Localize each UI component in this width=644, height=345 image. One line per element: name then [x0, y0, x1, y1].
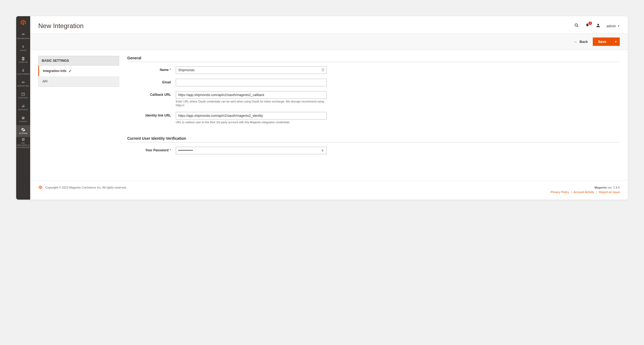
- identity-help: URL to redirect user to link their 3rd p…: [176, 121, 327, 124]
- save-button[interactable]: Save: [593, 37, 612, 46]
- notification-badge: 3: [588, 22, 592, 25]
- chevron-down-icon: ▼: [618, 25, 620, 27]
- pencil-icon: [68, 69, 72, 73]
- svg-rect-4: [22, 106, 22, 107]
- footer-brand: Magento: [594, 186, 607, 189]
- footer-right: Magento ver. 2.4.5 Privacy Policy | Acco…: [550, 185, 620, 195]
- form-row-callback: Callback URL Enter URL where Oauth crede…: [127, 91, 620, 107]
- back-label: Back: [580, 40, 588, 44]
- sidebar-item-content[interactable]: CONTENT: [16, 90, 30, 101]
- contact-card-icon: [321, 68, 325, 73]
- callback-input[interactable]: [176, 91, 327, 99]
- form-row-identity: Identity link URL URL to redirect user t…: [127, 112, 620, 124]
- sidebar-label: SYSTEM: [19, 132, 27, 135]
- svg-rect-3: [22, 94, 24, 94]
- settings-tabs: BASIC SETTINGS Integration Info API: [38, 56, 119, 169]
- svg-rect-9: [22, 140, 23, 141]
- notifications-icon[interactable]: 3: [585, 23, 590, 29]
- form-column: General Name* Email: [127, 56, 620, 169]
- sidebar-item-customers[interactable]: CUSTOMERS: [16, 66, 30, 78]
- sidebar-item-dashboard[interactable]: DASHBOARD: [16, 30, 30, 42]
- tabs-heading: BASIC SETTINGS: [38, 56, 119, 66]
- svg-point-13: [597, 24, 599, 25]
- svg-rect-2: [22, 93, 25, 95]
- tab-api[interactable]: API: [38, 76, 119, 87]
- page-header: New Integration 3 admin ▼: [30, 16, 628, 33]
- user-name: admin: [607, 24, 616, 28]
- app-window: DASHBOARD $ SALES CATALOG CUSTOMERS MARK…: [16, 16, 628, 200]
- svg-rect-5: [23, 105, 23, 107]
- svg-point-1: [23, 69, 24, 70]
- sidebar-label: CATALOG: [19, 61, 28, 63]
- sidebar-item-partners[interactable]: IND PARTNERS & EXTENSIONS: [16, 137, 30, 149]
- footer-left: Copyright © 2023 Magento Commerce Inc. A…: [38, 185, 127, 190]
- callback-label: Callback URL: [127, 91, 176, 97]
- svg-rect-7: [22, 138, 23, 139]
- back-button[interactable]: ← Back: [574, 40, 588, 44]
- password-input[interactable]: [176, 147, 327, 154]
- search-icon[interactable]: [574, 23, 579, 29]
- user-icon[interactable]: [596, 23, 601, 29]
- magento-footer-logo-icon: [38, 185, 43, 190]
- sidebar-item-sales[interactable]: $ SALES: [16, 42, 30, 54]
- privacy-policy-link[interactable]: Privacy Policy: [550, 190, 569, 194]
- identity-label: Identity link URL: [127, 112, 176, 117]
- user-menu[interactable]: admin ▼: [607, 24, 620, 28]
- sidebar-label: REPORTS: [18, 109, 28, 111]
- admin-sidebar: DASHBOARD $ SALES CATALOG CUSTOMERS MARK…: [16, 16, 30, 200]
- report-issue-link[interactable]: Report an Issue: [599, 190, 620, 194]
- form-row-name: Name*: [127, 66, 620, 74]
- svg-rect-10: [23, 140, 25, 141]
- sidebar-label: DASHBOARD: [17, 37, 29, 40]
- sidebar-label: IND PARTNERS & EXTENSIONS: [16, 142, 30, 148]
- sidebar-item-stores[interactable]: STORES: [16, 113, 30, 125]
- header-actions: 3 admin ▼: [574, 23, 620, 29]
- svg-text:$: $: [22, 45, 24, 48]
- page-footer: Copyright © 2023 Magento Commerce Inc. A…: [30, 180, 628, 200]
- page-title: New Integration: [38, 22, 84, 30]
- svg-rect-6: [24, 105, 24, 107]
- svg-rect-8: [23, 138, 25, 139]
- form-row-password: Your Password*: [127, 147, 620, 154]
- action-bar: ← Back Save ▼: [30, 33, 628, 50]
- sidebar-label: SALES: [20, 49, 26, 52]
- account-activity-link[interactable]: Account Activity: [573, 190, 594, 194]
- form-row-email: Email: [127, 79, 620, 86]
- main-area: New Integration 3 admin ▼: [30, 16, 628, 200]
- tab-label: API: [42, 80, 47, 83]
- footer-version: ver. 2.4.5: [608, 186, 620, 189]
- svg-point-11: [575, 24, 577, 26]
- save-button-group: Save ▼: [593, 37, 620, 46]
- name-label: Name*: [127, 66, 176, 72]
- sidebar-item-reports[interactable]: REPORTS: [16, 101, 30, 113]
- key-icon: [321, 148, 325, 153]
- tab-integration-info[interactable]: Integration Info: [38, 66, 119, 76]
- sidebar-label: MARKETING: [17, 85, 29, 87]
- callback-help: Enter URL where Oauth credentials can be…: [176, 100, 327, 107]
- content-area: BASIC SETTINGS Integration Info API Gene…: [30, 50, 628, 180]
- sidebar-item-marketing[interactable]: MARKETING: [16, 78, 30, 90]
- email-input[interactable]: [176, 79, 327, 86]
- svg-rect-17: [322, 149, 323, 150]
- password-label: Your Password*: [127, 147, 176, 152]
- name-input[interactable]: [176, 66, 327, 74]
- sidebar-label: STORES: [19, 121, 27, 123]
- svg-rect-18: [322, 151, 323, 151]
- identity-input[interactable]: [176, 112, 327, 119]
- sidebar-item-catalog[interactable]: CATALOG: [16, 54, 30, 66]
- section-general-title: General: [127, 56, 620, 62]
- save-dropdown-toggle[interactable]: ▼: [612, 37, 620, 46]
- copyright-text: Copyright © 2023 Magento Commerce Inc. A…: [45, 186, 127, 189]
- arrow-left-icon: ←: [574, 40, 577, 44]
- svg-line-12: [577, 26, 578, 27]
- section-verification-title: Current User Identity Verification: [127, 136, 620, 142]
- magento-logo-icon: [20, 19, 26, 26]
- sidebar-item-system[interactable]: SYSTEM: [16, 125, 30, 137]
- sidebar-label: CUSTOMERS: [17, 73, 29, 75]
- sidebar-label: CONTENT: [18, 97, 28, 99]
- email-label: Email: [127, 79, 176, 84]
- tab-label: Integration Info: [43, 69, 66, 73]
